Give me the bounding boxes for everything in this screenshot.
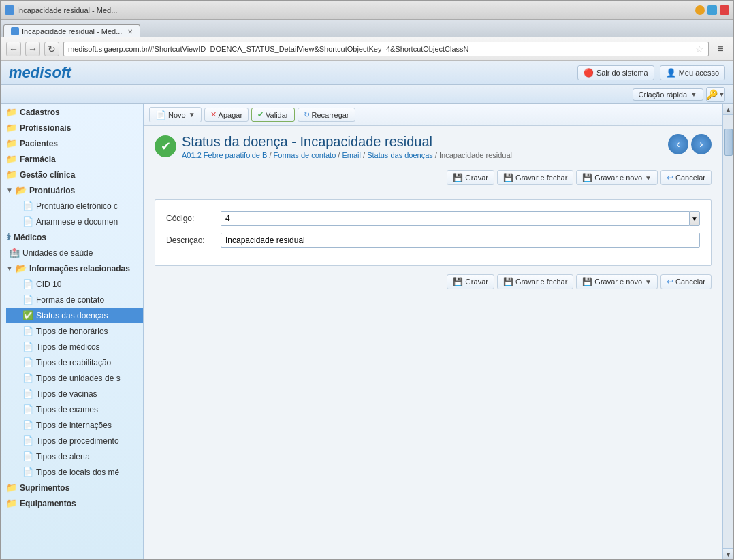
sidebar-item-label: Tipos de honorários — [36, 327, 108, 336]
sidebar-item-label: CID 10 — [36, 280, 61, 289]
sidebar-item-informacoes-relacionadas[interactable]: ▼ 📂 Informações relacionadas — [6, 261, 143, 276]
gravar-fechar-label-b: Gravar e fechar — [515, 278, 567, 286]
maximize-button[interactable] — [707, 5, 717, 15]
sair-button[interactable]: 🔴 Sair do sistema — [577, 65, 654, 80]
sidebar-item-tipos-locais[interactable]: 📄 Tipos de locais dos mé — [6, 464, 143, 480]
status-icon: ✔ — [155, 135, 176, 157]
codigo-scroll-btn[interactable]: ▼ — [689, 211, 700, 226]
sidebar-item-tipos-honorarios[interactable]: 📄 Tipos de honorários — [6, 323, 143, 339]
sidebar-item-anamnese[interactable]: 📄 Anamnese e documen — [6, 214, 143, 229]
page-icon: 📄 — [22, 389, 33, 399]
gravar-fechar-label: Gravar e fechar — [515, 174, 567, 182]
sidebar-item-label: Anamnese e documen — [36, 217, 118, 227]
folder-icon: 📁 — [6, 482, 17, 493]
sidebar-item-tipos-unidades[interactable]: 📄 Tipos de unidades de s — [6, 370, 143, 386]
apagar-label: Apagar — [219, 111, 242, 119]
recarregar-button[interactable]: ↻ Recarregar — [298, 108, 355, 122]
browser-menu-button[interactable]: ≡ — [713, 42, 728, 56]
panel-header: ✔ Status da doença - Incapacidade residu… — [155, 134, 712, 159]
novo-button[interactable]: 📄 Novo ▼ — [149, 107, 202, 122]
sidebar-item-profissionais[interactable]: 📁 Profissionais — [1, 120, 143, 135]
codigo-input[interactable] — [221, 211, 689, 226]
prev-button[interactable]: ‹ — [668, 134, 688, 154]
gravar-button-bottom[interactable]: 💾 Gravar — [447, 274, 494, 289]
sidebar-item-label: Unidades de saúde — [22, 248, 93, 258]
folder-open-icon: 📂 — [16, 263, 27, 274]
sidebar-item-label: Tipos de reabilitação — [36, 358, 111, 367]
sidebar-item-label: Suprimentos — [20, 483, 69, 493]
scroll-thumb[interactable] — [724, 129, 733, 156]
gravar-novo-dropdown-icon-b: ▼ — [645, 278, 652, 286]
bookmark-icon[interactable]: ☆ — [695, 44, 704, 54]
sidebar-item-prontuario-eletronico[interactable]: 📄 Prontuário eletrônico c — [6, 198, 143, 214]
sidebar-item-cid10[interactable]: 📄 CID 10 — [6, 276, 143, 292]
address-bar[interactable]: medisoft.sigaerp.com.br/#ShortcutViewID=… — [63, 42, 709, 56]
tab-bar: Incapacidade residual - Med... ✕ — [1, 20, 733, 37]
breadcrumb-link-1[interactable]: A01.2 Febre paratifoide B — [182, 151, 267, 159]
sidebar-item-label: Tipos de procedimento — [36, 436, 119, 446]
sidebar-item-gestao-clinica[interactable]: 📁 Gestão clínica — [1, 167, 143, 182]
page-icon: 📄 — [22, 201, 33, 211]
gravar-fechar-button-top[interactable]: 💾 Gravar e fechar — [497, 170, 573, 185]
refresh-button[interactable]: ↻ — [44, 42, 59, 56]
validar-button[interactable]: ✔ Validar — [251, 108, 294, 122]
page-icon: 📄 — [22, 373, 33, 383]
sidebar-item-tipos-exames[interactable]: 📄 Tipos de exames — [6, 401, 143, 417]
gravar-novo-button-top[interactable]: 💾 Gravar e novo ▼ — [576, 170, 658, 185]
apagar-button[interactable]: ✕ Apagar — [204, 108, 249, 122]
sidebar-item-pacientes[interactable]: 📁 Pacientes — [1, 135, 143, 151]
sidebar-item-prontuarios[interactable]: ▼ 📂 Prontuários — [6, 182, 143, 198]
next-button[interactable]: › — [691, 134, 712, 154]
folder-open-icon: 📂 — [16, 185, 27, 195]
sidebar-item-equipamentos[interactable]: 📁 Equipamentos — [1, 495, 143, 511]
sidebar-item-medicos[interactable]: ⚕ Médicos — [6, 229, 143, 245]
criacao-rapida-button[interactable]: Criação rápida ▼ — [633, 88, 703, 101]
apagar-icon: ✕ — [210, 110, 217, 119]
sidebar-item-label: Tipos de unidades de s — [36, 374, 121, 383]
sidebar-item-label: Formas de contato — [36, 295, 104, 305]
browser-tab[interactable]: Incapacidade residual - Med... ✕ — [3, 24, 140, 37]
save-close-icon-b: 💾 — [503, 277, 513, 286]
cancelar-button-bottom[interactable]: ↩ Cancelar — [660, 274, 712, 289]
title-bar-text: Incapacidade residual - Med... — [17, 6, 692, 14]
sidebar-item-label: Tipos de locais dos mé — [36, 467, 119, 477]
page-icon: 📄 — [22, 451, 33, 461]
sidebar-item-cadastros[interactable]: 📁 Cadastros — [1, 104, 143, 120]
back-button[interactable]: ← — [6, 42, 21, 56]
sidebar-item-unidades-saude[interactable]: 🏥 Unidades de saúde — [6, 245, 143, 261]
sidebar-item-label: Tipos de vacinas — [36, 389, 97, 399]
key-button[interactable]: 🔑 ▼ — [706, 87, 725, 102]
scroll-up-button[interactable]: ▲ — [723, 104, 734, 115]
page-icon: 📄 — [22, 326, 33, 336]
sidebar-item-farmacia[interactable]: 📁 Farmácia — [1, 151, 143, 167]
minimize-button[interactable] — [695, 5, 705, 15]
descricao-input[interactable] — [221, 233, 700, 248]
sidebar-item-status-doencas[interactable]: ✅ Status das doenças — [6, 308, 143, 323]
novo-icon: 📄 — [155, 110, 166, 120]
scroll-down-button[interactable]: ▼ — [723, 548, 734, 559]
sidebar-item-tipos-vacinas[interactable]: 📄 Tipos de vacinas — [6, 386, 143, 401]
sidebar-item-formas-contato[interactable]: 📄 Formas de contato — [6, 292, 143, 308]
page-icon: 📄 — [22, 295, 33, 305]
close-button[interactable] — [720, 5, 729, 15]
sidebar-item-tipos-medicos[interactable]: 📄 Tipos de médicos — [6, 339, 143, 355]
cancelar-button-top[interactable]: ↩ Cancelar — [660, 170, 712, 185]
sidebar-item-tipos-internacoes[interactable]: 📄 Tipos de internações — [6, 417, 143, 433]
sidebar-item-tipos-procedimentos[interactable]: 📄 Tipos de procedimento — [6, 433, 143, 448]
breadcrumb-link-3[interactable]: Email — [342, 151, 361, 159]
sidebar: 📁 Cadastros 📁 Profissionais 📁 Pacientes … — [1, 104, 144, 559]
meu-acesso-label: Meu acesso — [679, 69, 719, 77]
gravar-button-top[interactable]: 💾 Gravar — [447, 170, 494, 185]
tab-close-button[interactable]: ✕ — [127, 28, 133, 35]
sidebar-item-tipos-alerta[interactable]: 📄 Tipos de alerta — [6, 448, 143, 464]
sidebar-item-label: Equipamentos — [20, 499, 76, 508]
gravar-fechar-button-bottom[interactable]: 💾 Gravar e fechar — [497, 274, 573, 289]
page-icon: 📄 — [22, 357, 33, 367]
breadcrumb-link-2[interactable]: Formas de contato — [274, 151, 336, 159]
breadcrumb-link-4[interactable]: Status das doenças — [367, 151, 433, 159]
meu-acesso-button[interactable]: 👤 Meu acesso — [660, 65, 725, 80]
sidebar-item-suprimentos[interactable]: 📁 Suprimentos — [1, 480, 143, 495]
gravar-novo-button-bottom[interactable]: 💾 Gravar e novo ▼ — [576, 274, 658, 289]
sidebar-item-tipos-reabilitacao[interactable]: 📄 Tipos de reabilitação — [6, 355, 143, 370]
forward-button[interactable]: → — [25, 42, 40, 56]
